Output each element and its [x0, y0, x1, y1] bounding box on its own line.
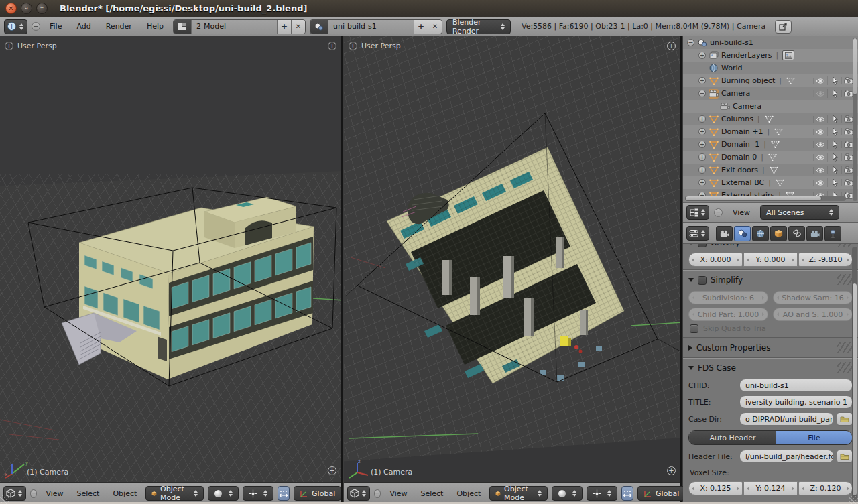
hide-eye-toggle[interactable] [813, 180, 827, 186]
pivot-dropdown[interactable] [243, 486, 273, 501]
viewport-right[interactable]: User Persp (1) Camera z View Select Obje… [344, 36, 682, 504]
tab-physics[interactable] [824, 226, 841, 241]
ao-sss-field[interactable]: AO and S: 1.000 [773, 308, 853, 321]
shadow-samples-field[interactable]: Shadow Sam: 16 [773, 291, 853, 304]
tab-render[interactable] [716, 226, 733, 241]
resize-grip-icon[interactable] [849, 495, 858, 504]
hide-eye-toggle[interactable] [813, 167, 827, 174]
editor-spinner-icon[interactable] [361, 490, 367, 497]
tab-scene[interactable] [734, 226, 751, 241]
header-file-input[interactable]: l/uni-build_par/header.fds [739, 450, 834, 463]
manipulator-toggle[interactable] [278, 486, 290, 501]
gravity-y-field[interactable]: Y: 0.000 [743, 253, 798, 267]
outliner-row-domain-p1[interactable]: Domain +1 [683, 125, 858, 138]
outliner-row-world[interactable]: World [683, 62, 858, 74]
case-dir-input[interactable]: o DIPRADI/uni-build_par/ [739, 412, 834, 426]
expand-icon[interactable] [698, 153, 706, 161]
hide-eye-toggle[interactable] [813, 129, 827, 135]
expand-icon[interactable] [698, 77, 706, 84]
outliner[interactable]: uni-build-s1 RenderLayers World [683, 36, 858, 202]
panel-arrow-icon[interactable] [688, 345, 692, 351]
outliner-row-exit-doors[interactable]: Exit doors [683, 164, 858, 176]
outliner-row-renderlayers[interactable]: RenderLayers [683, 49, 858, 62]
selectable-toggle[interactable] [827, 153, 841, 162]
simplify-checkbox[interactable] [698, 276, 707, 285]
subdivision-field[interactable]: Subdivision: 6 [688, 291, 768, 304]
duplicate-window-button[interactable] [775, 20, 792, 34]
outliner-row-burning-object[interactable]: Burning object [683, 74, 858, 87]
outliner-row-domain-0[interactable]: Domain 0 [683, 151, 858, 164]
menu-render[interactable]: Render [101, 22, 137, 31]
menu-object[interactable]: Object [108, 489, 141, 498]
item-label[interactable]: uni-build-s1 [710, 38, 753, 47]
panel-arrow-icon[interactable] [688, 366, 694, 370]
voxel-z-field[interactable]: Z: 0.120 [798, 481, 853, 495]
simplify-panel-header[interactable]: Simplify [688, 273, 853, 288]
orientation-dropdown[interactable]: Global [294, 486, 341, 501]
expand-icon[interactable] [698, 115, 706, 123]
renderlayer-button[interactable] [782, 50, 794, 60]
panel-title[interactable]: Simplify [711, 275, 743, 285]
item-label[interactable]: Domain 0 [721, 153, 757, 162]
shading-dropdown[interactable] [208, 486, 239, 501]
menu-view[interactable]: View [727, 208, 755, 217]
browse-case-dir-button[interactable] [837, 412, 853, 426]
expand-icon[interactable] [698, 141, 706, 148]
editor-spinner-icon[interactable] [700, 209, 707, 216]
file-button[interactable]: File [776, 431, 852, 444]
shading-dropdown[interactable] [552, 486, 583, 501]
selectable-toggle[interactable] [827, 178, 841, 187]
custom-properties-header[interactable]: Custom Properties [688, 340, 853, 355]
gravity-checkbox[interactable] [698, 244, 707, 247]
maximize-button[interactable] [36, 3, 48, 14]
collapse-menus-icon[interactable] [374, 489, 381, 498]
outliner-row-scene[interactable]: uni-build-s1 [683, 36, 858, 49]
bottom-plus-icon[interactable] [667, 466, 676, 475]
viewport-right-canvas[interactable]: User Persp (1) Camera z [344, 36, 680, 482]
add-layout-button[interactable] [277, 20, 291, 34]
selectable-toggle[interactable] [827, 140, 841, 149]
properties-shelf-plus-icon[interactable] [328, 42, 336, 50]
voxel-y-field[interactable]: Y: 0.124 [743, 481, 798, 495]
editor-type-selector[interactable] [686, 205, 709, 220]
hide-eye-toggle[interactable] [813, 116, 827, 123]
collapse-menus-icon[interactable] [714, 208, 723, 217]
selectable-toggle[interactable] [827, 89, 841, 98]
manipulator-toggle[interactable] [621, 486, 633, 501]
menu-object[interactable]: Object [452, 489, 485, 498]
menu-select[interactable]: Select [72, 489, 105, 498]
delete-scene-button[interactable] [428, 20, 442, 34]
tab-object[interactable] [770, 226, 787, 241]
editor-spinner-icon[interactable] [700, 230, 707, 237]
viewport-left-canvas[interactable]: User Persp (1) Camera y x [0, 36, 341, 482]
item-label[interactable]: Columns [721, 115, 753, 123]
item-label[interactable]: Domain +1 [721, 127, 763, 136]
minimize-button[interactable] [21, 3, 32, 14]
item-label[interactable]: Camera [721, 89, 750, 98]
expand-icon[interactable] [698, 179, 706, 186]
item-label[interactable]: RenderLayers [721, 51, 772, 60]
hide-eye-toggle[interactable] [813, 78, 827, 84]
screen-layout-selector[interactable]: 2-Model [173, 19, 306, 34]
collapse-icon[interactable] [687, 39, 694, 46]
skip-quad-checkbox[interactable] [690, 324, 698, 333]
selectable-toggle[interactable] [827, 115, 841, 123]
panel-arrow-icon[interactable] [688, 244, 694, 245]
close-button[interactable] [5, 3, 17, 14]
editor-type-selector[interactable] [347, 486, 370, 501]
item-label[interactable]: Exit doors [721, 166, 758, 174]
hide-eye-toggle[interactable] [813, 90, 827, 97]
editor-spinner-icon[interactable] [17, 490, 23, 497]
scrollbar-thumb[interactable] [853, 38, 857, 95]
screen-layout-value[interactable]: 2-Model [191, 20, 277, 34]
render-engine-dropdown[interactable]: Blender Render [446, 19, 511, 34]
collapse-menus-icon[interactable] [32, 22, 40, 31]
scrollbar-thumb[interactable] [852, 283, 857, 496]
item-label[interactable]: External BC [721, 178, 764, 187]
title-input[interactable]: iversity building, scenario 1 [739, 395, 853, 409]
orientation-dropdown[interactable]: Global [637, 486, 685, 501]
outliner-horizontal-scrollbar[interactable] [685, 196, 846, 201]
chid-input[interactable]: uni-build-s1 [739, 379, 853, 392]
menu-select[interactable]: Select [416, 489, 448, 498]
toolshelf-plus-icon[interactable] [349, 42, 357, 50]
